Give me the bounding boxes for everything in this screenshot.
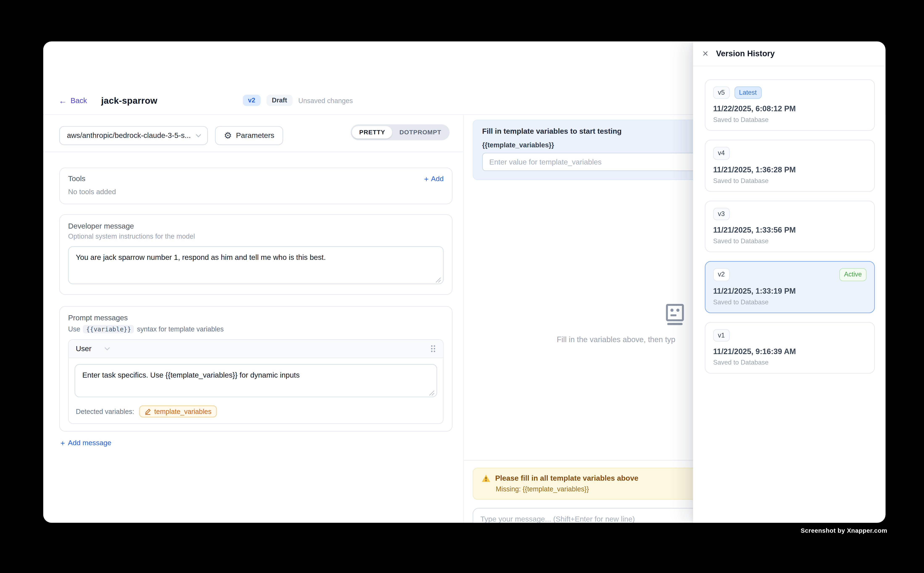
prompt-header: ← Back jack-sparrow v2 Draft Unsaved cha… <box>43 66 693 115</box>
role-select[interactable]: User <box>76 344 110 353</box>
warning-icon <box>482 474 490 482</box>
tools-empty-text: No tools added <box>68 188 444 196</box>
model-row: aws/anthropic/bedrock-claude-3-5-s... ⚙ … <box>43 115 463 152</box>
message-header: User <box>69 340 443 358</box>
tools-title: Tools <box>68 175 85 183</box>
model-select[interactable]: aws/anthropic/bedrock-claude-3-5-s... <box>59 126 208 145</box>
developer-message-subtitle: Optional system instructions for the mod… <box>68 233 444 240</box>
version-entry-v1[interactable]: v1 11/21/2025, 9:16:39 AM Saved to Datab… <box>705 322 875 373</box>
detected-variables-label: Detected variables: <box>76 408 134 415</box>
message-body: Enter task specifics. Use {{template_var… <box>69 358 443 404</box>
version-status: Saved to Database <box>713 359 867 366</box>
developer-message-card: Developer message Optional system instru… <box>59 214 453 295</box>
message-textarea-wrap: Enter task specifics. Use {{template_var… <box>75 364 437 400</box>
version-date: 11/21/2025, 1:33:56 PM <box>713 225 867 235</box>
model-select-value: aws/anthropic/bedrock-claude-3-5-s... <box>67 131 191 139</box>
header-badges: v2 Draft Unsaved changes <box>243 95 353 106</box>
version-date: 11/21/2025, 1:36:28 PM <box>713 165 867 174</box>
resize-grip-icon[interactable] <box>435 277 441 283</box>
message-block: User Enter task specifics. Use {{templat… <box>68 339 444 424</box>
prompt-messages-title: Prompt messages <box>68 314 444 322</box>
version-history-header: × Version History <box>693 41 886 66</box>
version-chip: v2 <box>713 268 729 281</box>
parameters-button[interactable]: ⚙ Parameters <box>215 126 283 145</box>
pencil-icon <box>145 408 151 415</box>
version-chip: v1 <box>713 329 729 341</box>
version-entry-v2-active[interactable]: v2 Active 11/21/2025, 1:33:19 PM Saved t… <box>705 261 875 313</box>
gear-icon: ⚙ <box>224 131 232 139</box>
variable-syntax-chip: {{variable}} <box>83 325 134 333</box>
template-syntax-hint: Use {{variable}} syntax for template var… <box>68 325 444 333</box>
version-status: Saved to Database <box>713 238 867 245</box>
version-history-list: v5 Latest 11/22/2025, 6:08:12 PM Saved t… <box>693 66 886 374</box>
drag-handle-icon[interactable] <box>430 344 436 353</box>
detected-variables-row: Detected variables: template_variables <box>69 404 443 423</box>
add-message-label: Add message <box>68 439 111 447</box>
version-entry-v5[interactable]: v5 Latest 11/22/2025, 6:08:12 PM Saved t… <box>705 79 875 131</box>
developer-message-textarea[interactable]: You are jack sparrow number 1, respond a… <box>68 246 444 284</box>
template-variable-chip-label: template_variables <box>154 408 212 415</box>
tools-card: Tools + Add No tools added <box>59 168 453 204</box>
version-status: Saved to Database <box>713 298 867 305</box>
version-chip: v3 <box>713 208 729 220</box>
add-message-button[interactable]: + Add message <box>61 439 453 447</box>
screenshot-stage: ← Back jack-sparrow v2 Draft Unsaved cha… <box>0 0 924 573</box>
back-label: Back <box>71 96 87 104</box>
version-entry-v4[interactable]: v4 11/21/2025, 1:36:28 PM Saved to Datab… <box>705 140 875 192</box>
close-icon[interactable]: × <box>703 48 708 58</box>
empty-state-text: Fill in the variables above, then typ <box>557 335 675 344</box>
version-date: 11/22/2025, 6:08:12 PM <box>713 105 867 113</box>
chevron-down-icon <box>196 133 201 137</box>
view-mode-toggle: PRETTY DOTPROMPT <box>351 124 450 140</box>
add-tool-button[interactable]: + Add <box>424 175 444 183</box>
watermark-text: Screenshot by Xnapper.com <box>801 527 887 534</box>
version-history-panel: × Version History v5 Latest 11/22/2025, … <box>693 41 886 523</box>
add-tool-label: Add <box>431 175 444 183</box>
back-button[interactable]: ← Back <box>59 96 87 104</box>
user-message-textarea[interactable]: Enter task specifics. Use {{template_var… <box>75 364 437 397</box>
page-title: jack-sparrow <box>101 95 157 105</box>
warning-title: Please fill in all template variables ab… <box>495 474 638 482</box>
app-window: ← Back jack-sparrow v2 Draft Unsaved cha… <box>43 41 886 523</box>
hint-prefix: Use <box>68 326 80 333</box>
bot-icon <box>662 303 687 327</box>
chevron-down-icon <box>105 347 110 351</box>
latest-badge: Latest <box>734 86 761 99</box>
version-entry-v3[interactable]: v3 11/21/2025, 1:33:56 PM Saved to Datab… <box>705 200 875 252</box>
active-badge: Active <box>839 268 867 281</box>
draft-badge: Draft <box>267 95 292 106</box>
back-arrow-icon: ← <box>59 96 67 104</box>
developer-message-title: Developer message <box>68 222 444 230</box>
plus-icon: + <box>61 439 65 447</box>
version-chip: v4 <box>713 147 729 160</box>
unsaved-changes-text: Unsaved changes <box>298 97 353 104</box>
tools-header: Tools + Add <box>68 175 444 183</box>
hint-suffix: syntax for template variables <box>137 326 224 333</box>
prompt-editor-pane: aws/anthropic/bedrock-claude-3-5-s... ⚙ … <box>43 115 464 523</box>
version-badge: v2 <box>243 95 260 106</box>
template-variable-chip[interactable]: template_variables <box>140 405 217 417</box>
role-value: User <box>76 344 91 353</box>
version-history-title: Version History <box>716 49 775 58</box>
version-date: 11/21/2025, 1:33:19 PM <box>713 286 867 295</box>
prompt-messages-card: Prompt messages Use {{variable}} syntax … <box>59 306 453 432</box>
parameters-label: Parameters <box>236 131 274 139</box>
top-toolbar <box>43 41 693 67</box>
developer-message-wrap: You are jack sparrow number 1, respond a… <box>68 246 444 286</box>
toggle-dotprompt[interactable]: DOTPROMPT <box>392 126 448 138</box>
resize-grip-icon[interactable] <box>429 390 435 396</box>
version-status: Saved to Database <box>713 177 867 184</box>
toggle-pretty[interactable]: PRETTY <box>352 126 392 138</box>
version-date: 11/21/2025, 9:16:39 AM <box>713 347 867 356</box>
version-status: Saved to Database <box>713 116 867 124</box>
plus-icon: + <box>424 175 428 183</box>
version-chip: v5 <box>713 86 729 99</box>
